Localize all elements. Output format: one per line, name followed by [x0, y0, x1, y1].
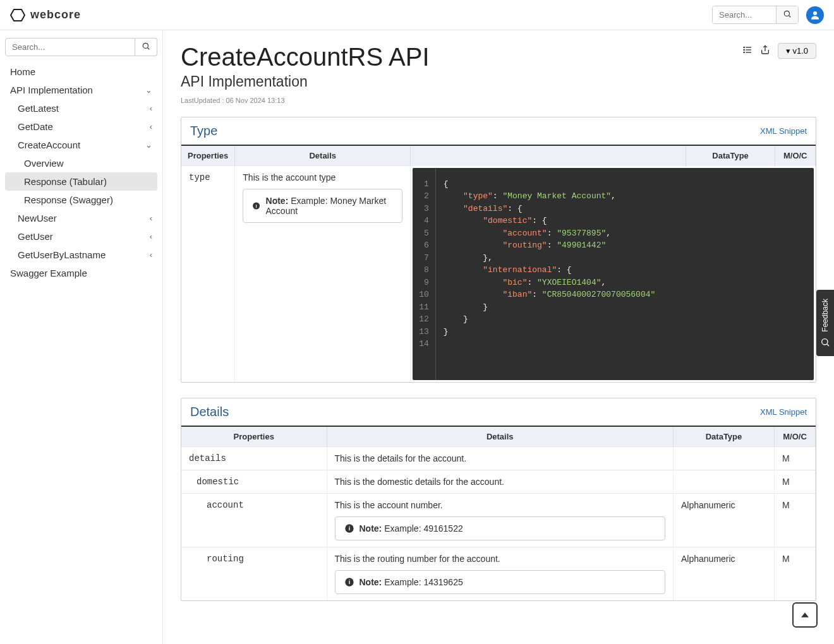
chevron-left-icon: ‹ [150, 122, 152, 131]
global-search-button[interactable] [776, 6, 798, 23]
note-text: Example: 14319625 [384, 577, 463, 587]
details-table: Properties Details DataType M/O/C detail… [181, 427, 816, 600]
search-icon [142, 42, 150, 51]
nav-get-user-by-lastname[interactable]: GetUserByLastname‹ [5, 246, 157, 264]
last-updated: LastUpdated : 06 Nov 2024 13:13 [181, 97, 430, 104]
chevron-down-icon: ⌄ [145, 85, 152, 95]
nav-response-swagger[interactable]: Response (Swagger) [5, 191, 157, 209]
panel-details: Details XML Snippet Properties Details D… [181, 398, 816, 601]
note-label: Note: [360, 577, 382, 587]
prop-name: routing [207, 554, 244, 564]
chevron-left-icon: ‹ [150, 213, 152, 223]
nav-swagger-example[interactable]: Swagger Example [5, 264, 157, 282]
global-search [712, 6, 799, 24]
col-datatype: DataType [674, 427, 775, 447]
moc: M [782, 554, 790, 564]
note-box: i Note: Example: 14319625 [335, 570, 666, 594]
global-search-input[interactable] [713, 6, 776, 23]
moc: M [782, 453, 790, 463]
prop-name: account [207, 500, 244, 510]
brand[interactable]: webcore [10, 8, 81, 23]
svg-line-2 [789, 15, 790, 17]
user-avatar[interactable] [806, 6, 824, 24]
svg-point-9 [744, 47, 744, 47]
datatype: Alphanumeric [681, 500, 735, 510]
col-moc: M/O/C [775, 146, 816, 166]
col-moc: M/O/C [775, 427, 816, 447]
note-box: i Note: Example: Money Market Account [243, 189, 402, 223]
svg-marker-0 [11, 9, 25, 21]
feedback-label: Feedback [821, 299, 830, 332]
sidebar-search-input[interactable] [5, 38, 135, 56]
chevron-left-icon: ‹ [150, 250, 152, 259]
note-box: i Note: Example: 49161522 [335, 516, 666, 540]
svg-marker-21 [801, 612, 809, 617]
svg-point-3 [813, 11, 817, 15]
panel-title: Type [190, 124, 217, 138]
search-icon [783, 9, 792, 18]
nav-label: Swagger Example [10, 268, 87, 278]
nav-label: NewUser [18, 213, 57, 224]
nav-new-user[interactable]: NewUser‹ [5, 209, 157, 227]
version-selector[interactable]: ▾ v1.0 [778, 43, 816, 59]
nav-overview[interactable]: Overview [5, 154, 157, 172]
code-sample: 1234567891011121314 { "type": "Money Mar… [413, 168, 813, 380]
prop-desc: This is the domestic details for the acc… [335, 477, 666, 487]
version-label: v1.0 [792, 46, 808, 56]
col-properties: Properties [181, 146, 235, 166]
share-icon [760, 45, 770, 55]
info-icon: i [252, 201, 260, 211]
svg-point-11 [744, 52, 744, 52]
info-icon: i [344, 577, 354, 587]
xml-snippet-link[interactable]: XML Snippet [760, 407, 807, 417]
logo-icon [10, 8, 25, 23]
sidebar-search-button[interactable] [135, 38, 157, 56]
nav-label: Home [10, 66, 35, 77]
col-details: Details [235, 146, 411, 166]
feedback-tab[interactable]: Feedback [816, 290, 834, 356]
svg-text:i: i [348, 525, 350, 532]
chevron-left-icon: ‹ [150, 232, 152, 241]
svg-text:i: i [256, 203, 257, 209]
nav-get-date[interactable]: GetDate‹ [5, 117, 157, 136]
nav-create-account[interactable]: CreateAccount⌄ [5, 136, 157, 154]
prop-desc: This is the account number. [335, 500, 666, 510]
svg-line-5 [147, 47, 149, 49]
panel-title: Details [190, 405, 229, 419]
nav-label: Response (Tabular) [24, 176, 107, 187]
moc: M [782, 477, 790, 487]
nav-label: GetDate [18, 121, 53, 132]
panel-type: Type XML Snippet Properties Details Data… [181, 117, 816, 383]
svg-point-4 [143, 43, 148, 48]
prop-desc: This is the details for the account. [335, 453, 666, 463]
toc-button[interactable] [742, 45, 752, 57]
table-row: routing This is the routing number for t… [181, 547, 816, 600]
table-row: type This is the account type i Note: Ex… [181, 166, 816, 382]
scroll-to-top-button[interactable] [792, 602, 818, 628]
table-row: details This is the details for the acco… [181, 446, 816, 470]
col-details2 [411, 146, 686, 166]
svg-point-10 [744, 49, 744, 50]
nav-response-tabular[interactable]: Response (Tabular) [5, 172, 157, 191]
prop-name: type [189, 172, 210, 182]
nav-get-user[interactable]: GetUser‹ [5, 227, 157, 246]
sidebar: Home API Implementation⌄ GetLatest‹ GetD… [0, 30, 163, 644]
user-icon [809, 9, 821, 21]
page-title: CreateAccountRS API [181, 43, 430, 71]
prop-name: domestic [196, 477, 239, 487]
note-text: Example: 49161522 [384, 523, 463, 534]
code-content: { "type": "Money Market Account", "detai… [436, 168, 814, 380]
moc: M [782, 500, 790, 510]
share-button[interactable] [760, 45, 770, 57]
table-row: domestic This is the domestic details fo… [181, 470, 816, 493]
nav-home[interactable]: Home [5, 63, 157, 81]
svg-text:i: i [348, 579, 350, 585]
xml-snippet-link[interactable]: XML Snippet [760, 126, 807, 136]
nav-label: CreateAccount [18, 140, 80, 150]
nav-api-implementation[interactable]: API Implementation⌄ [5, 81, 157, 99]
nav-label: Response (Swagger) [24, 194, 113, 205]
chevron-down-icon: ⌄ [145, 140, 152, 150]
nav-label: API Implementation [10, 85, 93, 95]
nav-get-latest[interactable]: GetLatest‹ [5, 99, 157, 117]
svg-line-20 [827, 343, 829, 345]
